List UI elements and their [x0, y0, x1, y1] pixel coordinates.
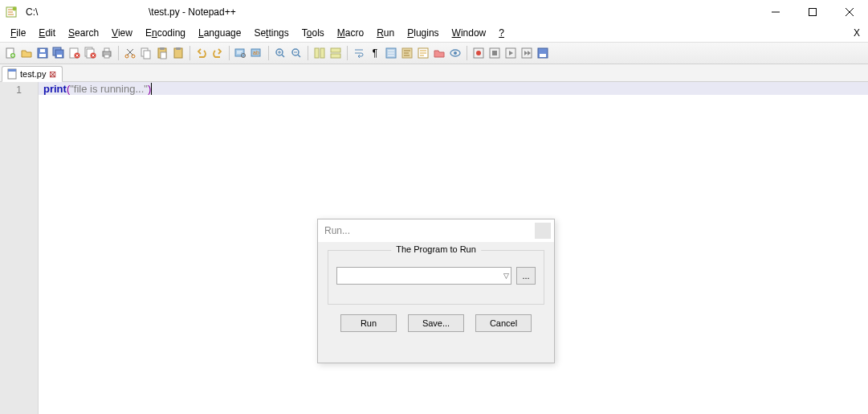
svg-point-47	[476, 51, 481, 55]
maximize-button[interactable]	[794, 0, 831, 24]
menu-file[interactable]: File	[5, 26, 31, 40]
close-all-icon[interactable]	[84, 46, 98, 60]
svg-rect-55	[8, 69, 16, 72]
toolbar-separator	[308, 46, 308, 60]
close-file-icon[interactable]	[67, 46, 82, 60]
toolbar-separator	[189, 46, 190, 60]
save-icon[interactable]	[35, 46, 50, 60]
menu-edit[interactable]: Edit	[33, 26, 61, 40]
toolbar-separator	[229, 46, 230, 60]
tab-test-py[interactable]: test.py ⊠	[2, 66, 63, 82]
text-caret	[151, 83, 152, 95]
run-dialog: Run... The Program to Run ▽ ... Run Save…	[317, 219, 555, 363]
program-fieldset: The Program to Run ▽ ...	[328, 250, 544, 305]
dialog-title: Run...	[324, 225, 350, 236]
indent-guide-icon[interactable]	[384, 46, 398, 60]
window-titlebar: C:\ \test.py - Notepad++	[0, 0, 868, 24]
stop-record-icon[interactable]	[487, 46, 502, 60]
monitor-icon[interactable]	[448, 46, 463, 60]
svg-rect-30	[176, 47, 181, 50]
undo-icon[interactable]	[194, 46, 209, 60]
save-button[interactable]: Save...	[408, 314, 464, 332]
menu-help[interactable]: ?	[493, 26, 510, 40]
redo-icon[interactable]	[210, 46, 225, 60]
toolbar-separator	[347, 46, 348, 60]
play-multi-icon[interactable]	[520, 46, 534, 60]
svg-rect-38	[320, 48, 324, 58]
svg-point-45	[454, 51, 457, 55]
sync-h-icon[interactable]	[328, 46, 343, 60]
save-all-icon[interactable]	[51, 46, 66, 60]
play-icon[interactable]	[503, 46, 518, 60]
svg-rect-28	[161, 52, 166, 59]
title-document: \test.py - Notepad++	[149, 6, 236, 18]
print-icon[interactable]	[100, 46, 114, 60]
tab-bar: test.py ⊠	[0, 64, 868, 82]
toolbar-separator	[467, 46, 467, 60]
cancel-button[interactable]: Cancel	[475, 314, 532, 332]
open-file-icon[interactable]	[19, 46, 34, 60]
svg-rect-37	[315, 48, 319, 58]
svg-rect-25	[144, 51, 150, 59]
cut-icon[interactable]	[123, 46, 137, 60]
svg-text:ab: ab	[253, 50, 259, 55]
dialog-close-button[interactable]	[535, 223, 551, 239]
line-number: 1	[0, 84, 38, 96]
svg-rect-27	[160, 47, 165, 50]
zoom-in-icon[interactable]	[273, 46, 287, 60]
menu-encoding[interactable]: Encoding	[140, 26, 191, 40]
folder-icon[interactable]	[432, 46, 446, 60]
code-line: print("file is running...")	[39, 82, 868, 95]
wrap-icon[interactable]	[352, 46, 366, 60]
program-combobox[interactable]: ▽	[336, 267, 511, 285]
clipboard-icon[interactable]	[171, 46, 185, 60]
run-button[interactable]: Run	[340, 314, 397, 332]
menu-view[interactable]: View	[106, 26, 138, 40]
minimize-button[interactable]	[757, 0, 794, 24]
menu-plugins[interactable]: Plugins	[401, 26, 444, 40]
tab-label: test.py	[20, 69, 46, 79]
svg-rect-10	[40, 49, 45, 52]
menu-settings[interactable]: Settings	[248, 26, 294, 40]
line-number-gutter: 1	[0, 82, 39, 414]
tab-close-icon[interactable]: ⊠	[49, 70, 57, 78]
svg-rect-13	[57, 55, 62, 57]
replace-icon[interactable]: ab	[250, 46, 264, 60]
svg-rect-53	[540, 54, 546, 57]
svg-rect-21	[104, 55, 109, 58]
sync-v-icon[interactable]	[312, 46, 327, 60]
menu-bar: File Edit Search View Encoding Language …	[0, 24, 868, 42]
all-chars-icon[interactable]: ¶	[368, 46, 382, 60]
svg-rect-20	[104, 48, 109, 51]
zoom-out-icon[interactable]	[289, 46, 304, 60]
svg-point-1	[13, 7, 17, 11]
copy-icon[interactable]	[139, 46, 153, 60]
paste-icon[interactable]	[155, 46, 169, 60]
dialog-titlebar: Run...	[318, 219, 554, 242]
menu-search[interactable]: Search	[63, 26, 104, 40]
svg-rect-49	[492, 51, 497, 55]
menu-run[interactable]: Run	[371, 26, 400, 40]
file-icon	[7, 68, 17, 80]
close-button[interactable]	[831, 0, 868, 24]
find-icon[interactable]	[234, 46, 248, 60]
func-list-icon[interactable]	[416, 46, 430, 60]
toolbar: ab ¶	[0, 42, 868, 64]
save-macro-icon[interactable]	[536, 46, 550, 60]
chevron-down-icon: ▽	[503, 272, 509, 280]
record-icon[interactable]	[471, 46, 486, 60]
fieldset-legend: The Program to Run	[391, 244, 481, 254]
lang-icon[interactable]	[400, 46, 414, 60]
new-file-icon[interactable]	[3, 46, 18, 60]
svg-rect-39	[331, 48, 340, 52]
svg-rect-9	[39, 54, 46, 57]
menu-macro[interactable]: Macro	[332, 26, 369, 40]
title-path: C:\	[26, 6, 38, 18]
menu-close-x[interactable]: X	[854, 27, 860, 39]
menu-tools[interactable]: Tools	[296, 26, 330, 40]
menu-window[interactable]: Window	[446, 26, 492, 40]
browse-button[interactable]: ...	[516, 267, 536, 285]
svg-rect-40	[331, 54, 340, 58]
app-icon	[5, 6, 18, 18]
menu-language[interactable]: Language	[193, 26, 247, 40]
